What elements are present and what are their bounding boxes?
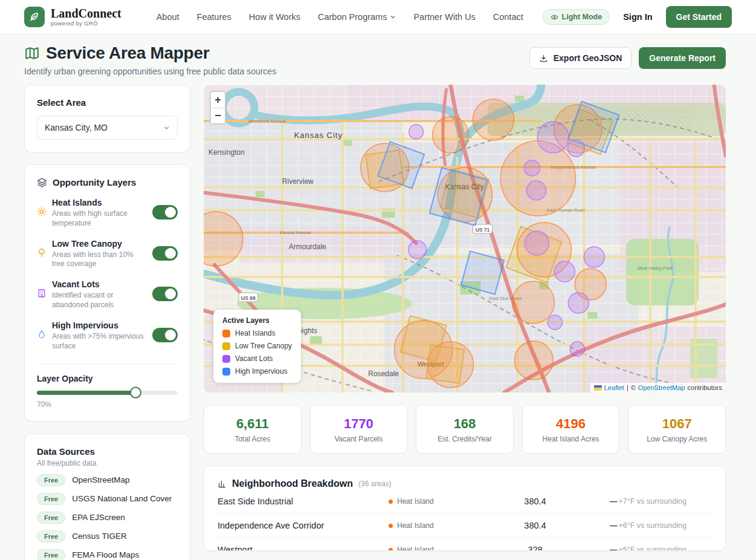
map-overlay-vacant	[524, 160, 540, 176]
nav-item-features[interactable]: Features	[197, 12, 231, 22]
neighborhood-name: Independence Ave Corridor	[218, 521, 389, 530]
page-title-text: Service Area Mapper	[46, 44, 209, 63]
opacity-slider-fill	[37, 391, 135, 395]
nav-item-about[interactable]: About	[157, 12, 179, 22]
table-row: Westport Heat Island 328 —+5°F vs surrou…	[218, 538, 712, 551]
map-legend: Active Layers Heat Islands Low Tree Cano…	[213, 310, 301, 383]
legend-item-vacant-lots: Vacant Lots	[222, 354, 292, 363]
heat-islands-swatch	[222, 330, 230, 337]
stat-value: 4196	[526, 416, 616, 432]
opacity-slider-knob[interactable]	[130, 387, 141, 399]
nav-item-how-it-works[interactable]: How it Works	[249, 12, 300, 22]
delta-text: +5°F vs surrounding	[619, 545, 687, 551]
free-badge: Free	[37, 530, 65, 542]
main-nav: About Features How it Works Carbon Progr…	[157, 12, 523, 22]
data-source-name: Census TIGER	[72, 532, 127, 541]
layer-toggle-heat-islands[interactable]	[152, 205, 178, 220]
layer-desc: Areas with less than 10% tree coverage	[52, 250, 144, 270]
map-overlay-vacant	[570, 342, 584, 356]
legend-item-low-tree-canopy: Low Tree Canopy	[222, 342, 292, 350]
app-header: LandConnect powered by GRŌ About Feature…	[0, 0, 756, 34]
map-label: Kansas City	[294, 131, 343, 140]
layer-toggle-high-impervious[interactable]	[152, 328, 178, 342]
nav-item-contact[interactable]: Contact	[493, 12, 523, 22]
export-geojson-label: Export GeoJSON	[554, 53, 622, 63]
nav-item-carbon-programs[interactable]: Carbon Programs	[318, 12, 396, 22]
map[interactable]: Kansas CityKensingtonRiverviewKansas Cit…	[204, 85, 726, 392]
layer-name: Low Tree Canopy	[52, 239, 152, 249]
leaflet-link[interactable]: Leaflet	[604, 384, 624, 391]
dash: —	[610, 497, 618, 506]
stat-card-low-canopy-acres: 1067 Low Canopy Acres	[628, 405, 726, 454]
data-source-name: FEMA Flood Maps	[72, 550, 139, 559]
map-overlay-vacant	[554, 261, 575, 282]
map-label: Rosedale	[368, 370, 399, 378]
map-label: Kansas Avenue	[280, 230, 311, 235]
legend-label: Heat Islands	[235, 329, 276, 337]
opportunity-layers-panel: Opportunity Layers Heat Islands Areas wi…	[24, 164, 190, 422]
legend-item-heat-islands: Heat Islands	[222, 329, 292, 337]
map-overlay-vacant	[526, 181, 546, 200]
brand-logo[interactable]: LandConnect powered by GRŌ	[24, 7, 121, 27]
breakdown-title: Neighborhood Breakdown	[232, 478, 353, 489]
map-overlay-vacant	[409, 241, 427, 259]
delta-text: +7°F vs surrounding	[619, 497, 687, 506]
map-label: Riverview	[282, 177, 314, 186]
free-badge: Free	[37, 474, 65, 486]
building-icon	[37, 288, 47, 298]
map-label: Kensington	[208, 148, 245, 157]
data-source-item: Free FEMA Flood Maps	[37, 549, 178, 560]
layer-toggle-vacant-lots[interactable]	[152, 287, 178, 301]
data-source-name: USGS National Land Cover	[72, 494, 172, 503]
page-header: Service Area Mapper Identify urban green…	[0, 34, 756, 85]
data-sources-title: Data Sources	[37, 446, 178, 457]
opacity-slider[interactable]	[37, 391, 178, 395]
bar-chart-icon	[218, 480, 227, 489]
acres-value: 380.4	[500, 521, 570, 530]
layer-toggle-low-tree-canopy[interactable]	[152, 246, 178, 261]
area-select[interactable]: Kansas City, MO	[37, 116, 178, 140]
stats-row: 6,611 Total Acres 1770 Vacant Parcels 16…	[204, 405, 726, 454]
heat-island-tag: Heat Island	[389, 545, 500, 551]
stat-label: Est. Credits/Year	[420, 435, 509, 443]
map-overlay-heat	[473, 99, 514, 140]
openstreetmap-link[interactable]: OpenStreetMap	[638, 384, 685, 391]
map-overlay-heat	[428, 342, 474, 388]
map-label: Armourdale	[289, 243, 326, 251]
map-overlay-heat	[433, 117, 469, 153]
map-overlay-heat	[514, 341, 553, 380]
layer-name: Vacant Lots	[52, 279, 152, 289]
acres-value: 328	[500, 545, 570, 551]
map-overlay-heat	[512, 281, 554, 324]
legend-label: Low Tree Canopy	[235, 342, 292, 350]
layers-icon	[37, 177, 47, 187]
map-overlay-vacant	[568, 293, 589, 313]
tag-dot	[389, 524, 393, 528]
data-source-item: Free Census TIGER	[37, 530, 178, 542]
layer-desc: Identified vacant or abandoned parcels	[52, 291, 144, 310]
highway-shield: US 69	[239, 293, 258, 302]
generate-report-button[interactable]: Generate Report	[639, 47, 726, 69]
temp-delta: —+6°F vs surrounding	[570, 521, 712, 530]
attribution-separator: |	[627, 384, 628, 391]
stat-value: 1770	[314, 416, 404, 432]
sidebar: Select Area Kansas City, MO Opportunity …	[24, 85, 190, 560]
data-source-name: EPA EJScreen	[72, 513, 125, 522]
get-started-button[interactable]: Get Started	[666, 6, 732, 28]
table-row: Independence Ave Corridor Heat Island 38…	[218, 513, 712, 538]
tag-label: Heat Island	[397, 545, 434, 551]
stat-card-est-credits: 168 Est. Credits/Year	[416, 405, 514, 454]
stat-card-heat-island-acres: 4196 Heat Island Acres	[522, 405, 620, 454]
layer-row-vacant-lots: Vacant Lots Identified vacant or abandon…	[37, 279, 178, 310]
area-select-value: Kansas City, MO	[45, 123, 108, 132]
neighborhood-name: East Side Industrial	[218, 497, 389, 506]
tree-icon	[37, 248, 47, 258]
theme-toggle[interactable]: Light Mode	[543, 9, 610, 25]
leaf-logo-icon	[24, 7, 45, 27]
sign-in-link[interactable]: Sign In	[623, 12, 652, 22]
zoom-in-button[interactable]: +	[211, 92, 225, 108]
nav-item-partner-with-us[interactable]: Partner With Us	[413, 12, 475, 22]
zoom-out-button[interactable]: −	[211, 108, 225, 123]
data-source-item: Free USGS National Land Cover	[37, 493, 178, 505]
export-geojson-button[interactable]: Export GeoJSON	[529, 47, 632, 69]
